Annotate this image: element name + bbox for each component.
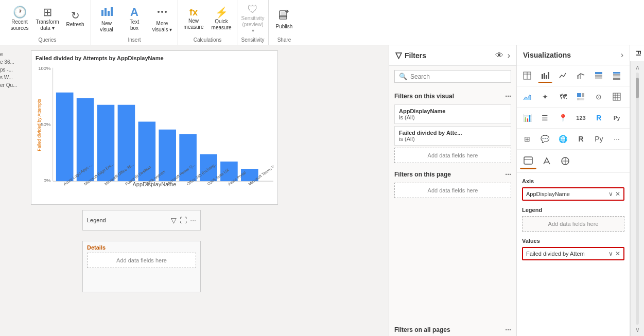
viz-icon-more[interactable]: ··· <box>610 132 624 146</box>
svg-text:0%: 0% <box>44 178 51 183</box>
expand-icon[interactable]: ⛶ <box>180 216 187 224</box>
viz-axis-close-icon[interactable]: ✕ <box>615 190 620 198</box>
filters-eye-icon[interactable]: 👁 <box>495 51 503 60</box>
filters-this-page-more-icon[interactable]: ··· <box>505 170 511 179</box>
viz-icon-table[interactable] <box>520 68 534 83</box>
viz-icon-stacked-bar[interactable] <box>591 68 606 83</box>
quick-measure-button[interactable]: ⚡ Quickmeasure <box>208 3 235 34</box>
filters-search[interactable]: 🔍 <box>394 70 511 83</box>
share-group-label: Share <box>271 36 298 43</box>
svg-rect-56 <box>580 98 584 100</box>
filters-search-input[interactable] <box>410 73 507 80</box>
svg-rect-50 <box>613 74 620 76</box>
filter-value-failed: is (All) <box>399 136 507 142</box>
filters-all-pages-more-icon[interactable]: ··· <box>505 326 511 334</box>
toolbar: 🕐 Recent sources ⊞ Transformdata ▾ ↻ Ref… <box>0 0 644 45</box>
legend-box[interactable]: Legend ▽ ⛶ ··· <box>82 210 201 231</box>
viz-values-close-icon[interactable]: ✕ <box>615 250 620 257</box>
viz-icon-custom-2[interactable]: Py <box>591 132 606 146</box>
viz-icon-bar-chart[interactable] <box>538 68 552 83</box>
viz-icon-arcgis[interactable]: 🌐 <box>556 132 570 146</box>
svg-rect-17 <box>56 93 74 181</box>
scroll-up-btn[interactable]: ∧ <box>635 63 640 72</box>
viz-icon-treemap[interactable] <box>573 90 588 104</box>
publish-button[interactable]: Publish <box>271 3 298 34</box>
viz-icon-kpi[interactable]: 📊 <box>520 111 534 125</box>
new-visual-button[interactable]: Newvisual <box>93 3 120 34</box>
filters-title-label: Filters <box>405 51 426 60</box>
filters-this-visual-more-icon[interactable]: ··· <box>505 92 511 100</box>
filter-card-appdisplayname[interactable]: AppDisplayName is (All) <box>394 104 511 124</box>
calculations-group-label: Calculations <box>180 36 235 43</box>
viz-icon-map[interactable]: 📍 <box>556 111 570 125</box>
legend-box-actions: ▽ ⛶ ··· <box>171 216 196 224</box>
viz-tool-analytics[interactable] <box>557 153 573 169</box>
legend-label: Legend <box>87 217 106 223</box>
viz-icon-custom-1[interactable]: R <box>573 132 588 146</box>
viz-icon-area[interactable] <box>520 90 534 104</box>
svg-rect-46 <box>595 72 602 74</box>
viz-icon-card[interactable]: 123 <box>573 111 588 125</box>
viz-icon-matrix[interactable] <box>610 90 624 104</box>
filter-card-failed[interactable]: Failed divided by Atte... is (All) <box>394 126 511 146</box>
queries-group-label: Queries <box>6 36 89 43</box>
viz-icon-100-stacked[interactable] <box>610 68 624 83</box>
viz-icon-decomp[interactable]: ⊞ <box>520 132 534 146</box>
text-box-button[interactable]: A Textbox <box>121 3 148 34</box>
more-visuals-button[interactable]: Morevisuals ▾ <box>149 3 176 34</box>
viz-legend-add-fields[interactable]: Add data fields here <box>522 216 624 232</box>
filters-title: ▽ Filters <box>395 50 426 60</box>
sensitivity-button[interactable]: 🛡 Sensitivity(preview) ▾ <box>239 3 266 34</box>
refresh-label: Refresh <box>66 22 84 28</box>
viz-icon-gauge[interactable]: ⊙ <box>591 90 606 104</box>
filters-this-page-section: Filters on this page ··· Add data fields… <box>389 165 516 200</box>
svg-rect-54 <box>582 93 584 97</box>
viz-values-chevron-icon[interactable]: ∨ <box>608 250 613 257</box>
viz-icon-R[interactable]: R <box>591 111 606 125</box>
viz-icon-filled-map[interactable]: 🗺 <box>556 90 570 104</box>
details-box[interactable]: Details Add data fields here <box>82 241 201 292</box>
filters-this-visual-header: Filters on this visual ··· <box>394 90 511 102</box>
filter-field-appdisplayname: AppDisplayName <box>399 108 507 114</box>
scroll-thumb <box>636 78 639 98</box>
viz-axis-chevron-icon[interactable]: ∨ <box>608 190 613 198</box>
scroll-down-btn[interactable]: ∨ <box>635 326 640 334</box>
viz-icon-line-chart[interactable] <box>556 68 570 83</box>
filters-all-pages-label: Filters on all pages <box>394 326 450 333</box>
viz-expand-icon[interactable]: › <box>621 50 623 60</box>
new-measure-button[interactable]: fx Newmeasure <box>180 3 207 34</box>
this-visual-add-fields[interactable]: Add data fields here <box>394 148 511 163</box>
viz-icon-slicer[interactable]: ☰ <box>538 111 552 125</box>
viz-axis-field-pill[interactable]: AppDisplayName ∨ ✕ <box>522 187 624 201</box>
more-visuals-label: Morevisuals ▾ <box>152 21 172 33</box>
this-page-add-fields[interactable]: Add data fields here <box>394 183 511 198</box>
filters-header-actions: 👁 › <box>495 51 510 60</box>
svg-rect-53 <box>577 93 581 97</box>
more-icon[interactable]: ··· <box>190 216 196 224</box>
svg-text:50%: 50% <box>41 121 51 127</box>
filter-value-appdisplayname: is (All) <box>399 114 507 120</box>
viz-tool-format[interactable] <box>538 153 555 169</box>
viz-values-field-pill[interactable]: Failed divided by Attem ∨ ✕ <box>522 247 624 260</box>
viz-icon-Py[interactable]: Py <box>610 111 624 125</box>
viz-tool-fields[interactable] <box>520 153 536 169</box>
viz-icon-scatter[interactable]: ✦ <box>538 90 552 104</box>
filters-expand-icon[interactable]: › <box>508 51 510 60</box>
chart-visual[interactable]: Failed divided by Attempts by AppDisplay… <box>31 50 278 205</box>
chart-container: 100% 50% 0% Failed divided by Attempts <box>36 63 273 187</box>
filters-this-page-label: Filters on this page <box>394 171 451 178</box>
svg-point-5 <box>161 11 163 13</box>
refresh-button[interactable]: ↻ Refresh <box>62 3 89 34</box>
transform-data-button[interactable]: ⊞ Transformdata ▾ <box>34 3 61 34</box>
text-box-icon: A <box>130 7 138 18</box>
publish-label: Publish <box>276 24 293 30</box>
recent-sources-button[interactable]: 🕐 Recent sources <box>6 3 33 34</box>
filter-icon[interactable]: ▽ <box>171 216 177 224</box>
viz-axis-section: Axis AppDisplayName ∨ ✕ <box>517 173 630 202</box>
details-add-fields[interactable]: Add data fields here <box>87 253 196 268</box>
viz-icon-qanda[interactable]: 💬 <box>538 132 552 146</box>
quick-measure-icon: ⚡ <box>215 7 228 17</box>
svg-rect-48 <box>595 77 602 79</box>
viz-icon-combo-chart[interactable] <box>573 68 588 83</box>
toolbar-group-calculations: fx Newmeasure ⚡ Quickmeasure Calculation… <box>178 0 237 45</box>
